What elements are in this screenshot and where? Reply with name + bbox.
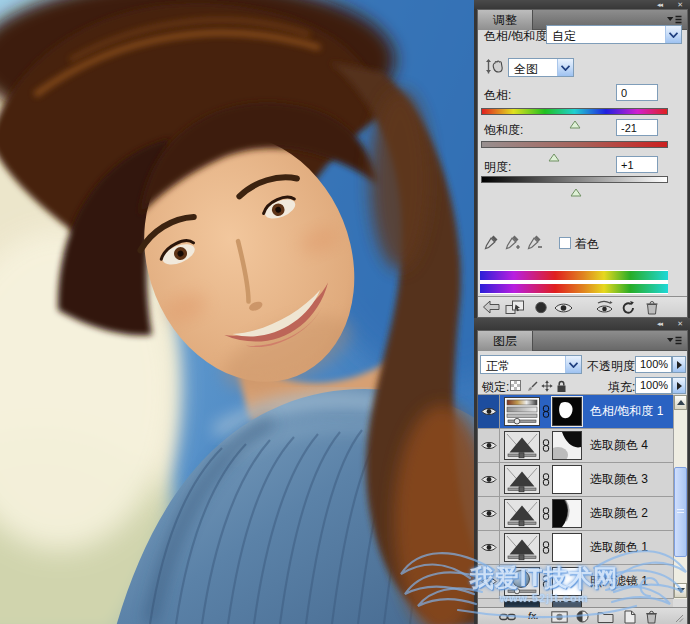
add-layer-mask-icon[interactable] <box>551 611 568 623</box>
panel-collapse-bar: ◂◂ ✕ <box>474 0 690 9</box>
adjustment-name-label: 色相/饱和度 <box>484 28 547 45</box>
layer-row-hue-saturation-1[interactable]: 色相/饱和度 1 <box>478 395 673 429</box>
lock-pixels-icon[interactable] <box>526 380 538 392</box>
layer-row-partial[interactable] <box>478 599 673 607</box>
layer-row-photo-filter-1[interactable]: 照片滤镜 1 <box>478 565 673 599</box>
photo-canvas[interactable] <box>0 0 474 624</box>
view-previous-state-icon[interactable] <box>595 300 614 314</box>
mask-link-icon[interactable] <box>542 575 550 588</box>
clip-to-layer-icon[interactable] <box>534 301 548 314</box>
layer-mask-thumbnail[interactable] <box>552 499 582 528</box>
scroll-down-button[interactable] <box>674 583 687 598</box>
lightness-slider-handle[interactable] <box>571 183 582 201</box>
delete-adjustment-icon[interactable] <box>645 300 659 315</box>
link-layers-icon[interactable] <box>499 612 516 622</box>
channel-dropdown-arrow[interactable] <box>557 59 573 76</box>
layer-mask-thumbnail[interactable] <box>552 431 582 460</box>
mask-link-icon[interactable] <box>542 439 550 452</box>
layer-row-selective-color-4[interactable]: 选取颜色 4 <box>478 429 673 463</box>
layer-mask-thumbnail[interactable] <box>552 397 582 426</box>
tab-layers[interactable]: 图层 <box>478 331 533 351</box>
mask-link-icon[interactable] <box>542 507 550 520</box>
preset-dropdown[interactable]: 自定 <box>546 25 682 44</box>
layer-visibility-toggle[interactable] <box>478 395 500 428</box>
hue-spectrum-ramps <box>480 270 668 294</box>
photo-filter-thumbnail[interactable] <box>504 567 540 596</box>
close-panel-icon[interactable]: ✕ <box>677 318 683 330</box>
lightness-slider-bar[interactable] <box>481 176 668 183</box>
new-group-icon[interactable] <box>597 611 614 623</box>
eyedropper-icon[interactable] <box>484 234 499 250</box>
eye-icon <box>481 406 497 417</box>
layer-visibility-toggle[interactable] <box>478 497 500 530</box>
eyedropper-minus-icon[interactable] <box>527 234 543 250</box>
new-layer-icon[interactable] <box>624 610 636 624</box>
eye-icon <box>481 542 497 553</box>
blend-mode-value: 正常 <box>481 356 564 375</box>
selective-color-thumbnail[interactable] <box>504 431 540 460</box>
mask-link-icon[interactable] <box>542 473 550 486</box>
layer-name: 选取颜色 3 <box>590 463 648 496</box>
expanded-view-icon[interactable] <box>505 300 525 315</box>
lightness-value-input[interactable] <box>616 156 658 173</box>
visibility-eye-icon[interactable] <box>554 302 573 314</box>
delete-layer-icon[interactable] <box>645 610 658 624</box>
layer-row-selective-color-3[interactable]: 选取颜色 3 <box>478 463 673 497</box>
layer-visibility-toggle[interactable] <box>478 463 500 496</box>
hue-slider-handle[interactable] <box>569 115 580 133</box>
layer-visibility-toggle[interactable] <box>478 429 500 462</box>
photoshop-workspace: ◂◂ ✕ 调整 色相/饱和度 自定 全图 <box>0 0 690 624</box>
channel-value: 全图 <box>509 59 556 78</box>
blend-mode-dropdown[interactable]: 正常 <box>480 355 582 374</box>
blend-mode-dropdown-arrow[interactable] <box>565 356 581 373</box>
fill-spinner[interactable] <box>672 377 686 394</box>
new-adjustment-layer-icon[interactable] <box>576 610 589 623</box>
hue-slider-bar[interactable] <box>481 108 668 115</box>
layers-toolbar: fx. <box>478 607 687 624</box>
mask-link-icon[interactable] <box>542 405 550 418</box>
selective-color-thumbnail[interactable] <box>504 533 540 562</box>
lock-position-icon[interactable] <box>541 380 553 392</box>
collapse-panels-icon[interactable]: ◂◂ <box>657 0 662 9</box>
layer-mask-thumbnail[interactable] <box>552 567 582 596</box>
layer-row-selective-color-1[interactable]: 选取颜色 1 <box>478 531 673 565</box>
layer-name: 色相/饱和度 1 <box>590 395 663 428</box>
eyedropper-plus-icon[interactable] <box>505 234 521 250</box>
channel-dropdown[interactable]: 全图 <box>508 58 574 77</box>
hue-saturation-thumbnail[interactable] <box>504 397 540 426</box>
saturation-slider-handle[interactable] <box>548 148 559 166</box>
targeted-adjustment-tool-icon[interactable] <box>483 58 504 77</box>
saturation-value-input[interactable] <box>616 119 658 136</box>
tab-adjustments[interactable]: 调整 <box>478 10 533 30</box>
reset-icon[interactable] <box>621 300 636 315</box>
resize-grip-icon[interactable] <box>675 614 684 623</box>
lock-transparency-icon[interactable] <box>510 380 521 391</box>
layer-row-selective-color-2[interactable]: 选取颜色 2 <box>478 497 673 531</box>
layers-collapse-bar: ◂◂ ✕ <box>474 318 690 330</box>
scroll-up-button[interactable] <box>674 395 687 410</box>
layers-scrollbar[interactable] <box>673 395 687 599</box>
lock-all-icon[interactable] <box>556 380 567 393</box>
layers-panel: 图层 正常 不透明度: 100% 锁定: <box>477 330 688 624</box>
back-arrow-icon[interactable] <box>482 300 501 314</box>
layer-mask-thumbnail[interactable] <box>552 465 582 494</box>
layer-style-icon[interactable]: fx. <box>528 611 539 621</box>
selective-color-thumbnail[interactable] <box>504 499 540 528</box>
collapse-panels-icon[interactable]: ◂◂ <box>657 318 662 330</box>
mask-link-icon[interactable] <box>542 541 550 554</box>
selective-color-thumbnail[interactable] <box>504 465 540 494</box>
layer-visibility-toggle[interactable] <box>478 565 500 598</box>
layer-visibility-toggle[interactable] <box>478 531 500 564</box>
fill-value[interactable]: 100% <box>635 377 672 394</box>
opacity-value[interactable]: 100% <box>635 356 672 373</box>
hue-value-input[interactable] <box>616 84 658 101</box>
saturation-slider-bar[interactable] <box>481 141 668 148</box>
close-panel-icon[interactable]: ✕ <box>677 0 683 9</box>
layer-mask-thumbnail[interactable] <box>552 533 582 562</box>
scrollbar-thumb[interactable] <box>674 467 687 557</box>
preset-dropdown-arrow[interactable] <box>665 26 681 43</box>
panel-menu-icon[interactable] <box>666 335 683 347</box>
opacity-spinner[interactable] <box>672 356 686 373</box>
layer-name: 选取颜色 4 <box>590 429 648 462</box>
colorize-checkbox[interactable] <box>559 237 571 249</box>
